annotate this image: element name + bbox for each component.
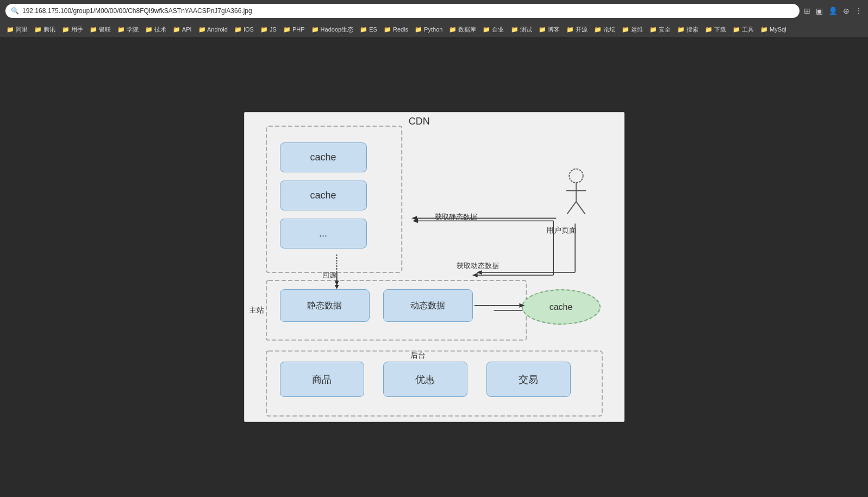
menu-icon[interactable]: ⋮ [855,7,863,15]
bookmark-hadoop[interactable]: 📁 Hadoop生态 [309,24,356,35]
svg-marker-21 [476,270,482,275]
layout-icon[interactable]: ▣ [816,7,823,15]
bookmark-xueyuan[interactable]: 📁 学院 [115,24,141,35]
bookmark-ali[interactable]: 📁 阿里 [4,24,30,35]
search-icon: 🔍 [11,7,19,15]
svg-point-12 [569,169,583,183]
user-page-label: 用户页面 [546,226,577,235]
bookmarks-bar: 📁 阿里 📁 腾讯 📁 用手 📁 银联 📁 学院 📁 技术 📁 API 📁 An… [0,22,868,37]
dots-box: ... [280,219,367,248]
bookmark-security[interactable]: 📁 安全 [647,24,673,35]
bookmark-tengxun[interactable]: 📁 腾讯 [32,24,58,35]
cache-ellipse: cache [522,289,601,325]
bookmark-es[interactable]: 📁 ES [358,25,379,34]
bookmark-ios[interactable]: 📁 IOS [232,25,256,34]
bookmark-database[interactable]: 📁 数据库 [447,24,478,35]
diagram-container: CDN cache cache ... 回源 主站 静态数据 动态数据 cach… [244,112,625,422]
dynamic-data-box: 动态数据 [383,289,473,322]
stick-figure-svg [554,167,598,221]
bookmark-download[interactable]: 📁 下载 [703,24,728,35]
bookmark-test[interactable]: 📁 测试 [509,24,534,35]
bookmark-mysql[interactable]: 📁 MySql [758,25,789,34]
browser-toolbar: 🔍 192.168.175.100/group1/M00/00/00/Ch8FQ… [0,0,868,22]
bookmark-yongshou[interactable]: 📁 用手 [60,24,85,35]
trade-box: 交易 [486,362,571,397]
svg-marker-23 [334,285,339,289]
bookmark-ops[interactable]: 📁 运维 [620,24,645,35]
svg-marker-18 [411,216,417,220]
get-dynamic-label: 获取动态数据 [457,261,499,271]
bookmark-jishu[interactable]: 📁 技术 [143,24,168,35]
browser-chrome: 🔍 192.168.175.100/group1/M00/00/00/Ch8FQ… [0,0,868,37]
profile-icon[interactable]: 👤 [828,7,838,15]
houtai-label: 后台 [410,351,426,361]
zhuzhan-label: 主站 [249,306,264,315]
bookmarks-icon[interactable]: ⊞ [804,7,810,15]
address-bar[interactable]: 🔍 192.168.175.100/group1/M00/00/00/Ch8FQ… [5,4,800,18]
svg-marker-9 [334,281,339,286]
main-content: CDN cache cache ... 回源 主站 静态数据 动态数据 cach… [0,37,868,497]
browser-icons: ⊞ ▣ 👤 ⊕ ⋮ [804,7,863,15]
huiyuan-label: 回源 [322,270,336,280]
bookmark-tools[interactable]: 📁 工具 [730,24,756,35]
static-data-box: 静态数据 [280,289,370,322]
bookmark-js[interactable]: 📁 JS [258,25,279,34]
bookmark-redis[interactable]: 📁 Redis [382,25,410,34]
cache-box-1: cache [280,142,367,172]
svg-marker-4 [413,219,418,223]
extensions-icon[interactable]: ⊕ [843,7,850,15]
svg-marker-7 [472,273,477,277]
bookmark-forum[interactable]: 📁 论坛 [592,24,617,35]
get-static-label: 获取静态数据 [435,212,477,222]
bookmark-api[interactable]: 📁 API [171,25,193,34]
bookmark-enterprise[interactable]: 📁 企业 [480,24,506,35]
bookmark-blog[interactable]: 📁 博客 [536,24,562,35]
bookmark-search[interactable]: 📁 搜索 [675,24,701,35]
product-box: 商品 [280,362,364,397]
bookmark-yinlian[interactable]: 📁 银联 [88,24,113,35]
svg-line-15 [567,202,576,214]
url-text: 192.168.175.100/group1/M00/00/00/Ch8FQI9… [22,7,252,15]
svg-line-16 [576,202,585,214]
cache-box-2: cache [280,181,367,210]
cdn-label: CDN [409,116,430,127]
bookmark-android[interactable]: 📁 Android [196,25,230,34]
discount-box: 优惠 [383,362,467,397]
bookmark-php[interactable]: 📁 PHP [281,25,307,34]
bookmark-python[interactable]: 📁 Python [413,25,445,34]
bookmark-opensouce[interactable]: 📁 开源 [564,24,590,35]
